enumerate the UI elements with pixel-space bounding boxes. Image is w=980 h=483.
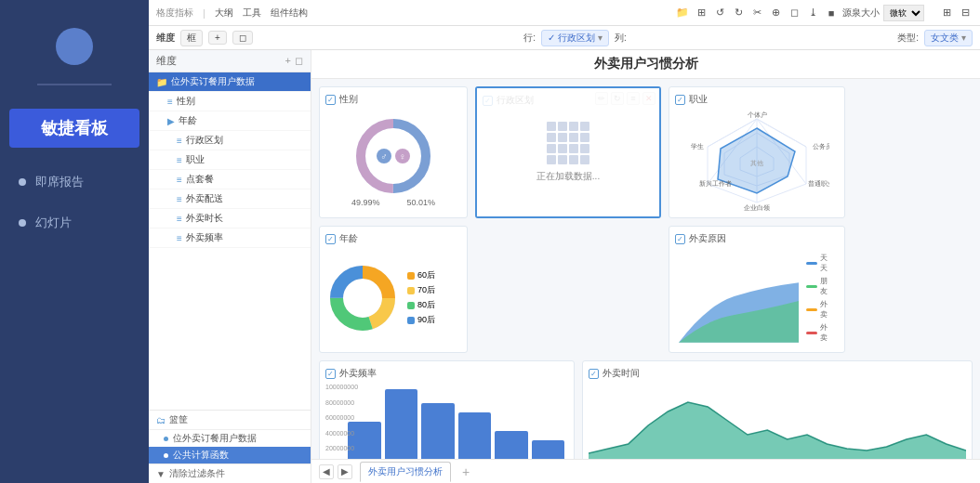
menu-item-tools[interactable]: 工具 bbox=[243, 7, 261, 20]
prev-page-btn[interactable]: ◀ bbox=[319, 464, 334, 479]
legend-dot-60 bbox=[407, 272, 415, 280]
tree-item-delivery[interactable]: ≡ 外卖配送 bbox=[149, 189, 311, 209]
second-toolbar: 维度 框 + ◻ 行: ✓ 行政区划 ▾ 列: 类型: 女文类 ▾ bbox=[149, 26, 980, 50]
tree-panel-header: 维度 + ◻ bbox=[149, 50, 311, 72]
tree-item-gender[interactable]: ≡ 性别 bbox=[149, 92, 311, 111]
district-filter-tag[interactable]: ✓ 行政区划 ▾ bbox=[541, 30, 609, 46]
main-content: 格度指标 | 大纲 工具 组件结构 📁 ⊞ ↺ ↻ ✂ ⊕ ◻ ⤓ ■ 源泉大小… bbox=[149, 0, 980, 483]
basket-dot-2 bbox=[164, 453, 168, 458]
field-icon-duration: ≡ bbox=[177, 214, 182, 224]
bar-col-5 bbox=[495, 431, 528, 459]
field-icon-delivery: ≡ bbox=[177, 194, 182, 204]
tree-item-occupation[interactable]: ≡ 职业 bbox=[149, 150, 311, 170]
gender-checkbox[interactable]: ✓ bbox=[325, 95, 336, 105]
top-menu-bar: 格度指标 | 大纲 工具 组件结构 📁 ⊞ ↺ ↻ ✂ ⊕ ◻ ⤓ ■ 源泉大小… bbox=[149, 0, 980, 26]
bar-col-4 bbox=[458, 412, 492, 459]
col-label: 列: bbox=[615, 32, 627, 45]
reason-legend-2: 朋友 bbox=[806, 276, 835, 296]
basket-icon: 🗂 bbox=[156, 415, 166, 425]
layout-icon-1[interactable]: ⊞ bbox=[939, 6, 954, 20]
folder-open-icon: 📁 bbox=[156, 77, 167, 87]
layout-icon-2[interactable]: ⊟ bbox=[958, 6, 973, 20]
basket-item-1[interactable]: 位外卖订餐用户数据 bbox=[149, 430, 311, 447]
svg-text:♀: ♀ bbox=[399, 151, 406, 162]
svg-text:其他: 其他 bbox=[750, 160, 763, 167]
charts-row-1: ✓ 性别 ♂ bbox=[319, 86, 973, 218]
occupation-checkbox[interactable]: ✓ bbox=[675, 95, 685, 105]
basket-dot-1 bbox=[164, 437, 168, 441]
format-icon[interactable]: ■ bbox=[824, 6, 839, 20]
tree-item-meal-label: 点套餐 bbox=[186, 173, 214, 186]
tree-item-age-group[interactable]: ▶ 年龄 bbox=[149, 111, 311, 131]
loading-text: 正在加载数据... bbox=[536, 170, 600, 183]
bar-chart-wrap: 100000000 80000000 60000000 40000000 200… bbox=[325, 384, 568, 459]
copy-icon[interactable]: ◻ bbox=[787, 6, 801, 20]
occupation-chart-title: ✓ 职业 bbox=[675, 93, 839, 106]
options-btn[interactable]: ◻ bbox=[232, 31, 253, 45]
tree-item-root-label: 位外卖订餐用户数据 bbox=[171, 75, 303, 88]
reason-checkbox[interactable]: ✓ bbox=[675, 234, 685, 244]
page-nav-left: ◀ ▶ bbox=[319, 464, 352, 479]
filter-footer: ▼ 清除过滤条件 bbox=[149, 463, 311, 483]
occupation-chart: ✓ 职业 bbox=[669, 86, 845, 218]
basket-section-header[interactable]: 🗂 篮筐 bbox=[149, 411, 311, 430]
legend-dot-90 bbox=[407, 317, 415, 324]
tree-item-district-label: 行政区划 bbox=[186, 134, 223, 147]
add-tab-btn[interactable]: + bbox=[462, 464, 470, 479]
frequency-checkbox[interactable]: ✓ bbox=[325, 369, 336, 379]
add-btn[interactable]: + bbox=[208, 31, 227, 45]
age-donut-wrap: 60后 70后 80后 bbox=[325, 249, 461, 346]
undo-icon[interactable]: ↺ bbox=[712, 6, 727, 20]
menu-item-indicator[interactable]: 格度指标 bbox=[156, 7, 193, 20]
sidebar-item-adhoc[interactable]: 即席报告 bbox=[9, 166, 139, 198]
time-area-svg bbox=[589, 384, 966, 459]
next-page-btn[interactable]: ▶ bbox=[338, 464, 352, 479]
tree-settings-icon[interactable]: ◻ bbox=[295, 55, 303, 67]
field-icon-occupation: ≡ bbox=[177, 155, 182, 165]
menu-item-outline[interactable]: 大纲 bbox=[215, 7, 233, 20]
tree-item-duration[interactable]: ≡ 外卖时长 bbox=[149, 209, 311, 228]
font-select[interactable]: 微软 bbox=[883, 5, 924, 21]
add-icon[interactable]: ⊕ bbox=[768, 6, 783, 20]
redo-icon[interactable]: ↻ bbox=[731, 6, 746, 20]
age-chart: ✓ 年龄 bbox=[319, 226, 468, 353]
reason-area-svg bbox=[679, 278, 799, 343]
bar-chart-area: 100000000 80000000 60000000 40000000 200… bbox=[325, 384, 568, 459]
tree-item-meal[interactable]: ≡ 点套餐 bbox=[149, 170, 311, 189]
tree-section: 📁 位外卖订餐用户数据 ≡ 性别 ▶ 年龄 ≡ 行政区划 ≡ 职业 bbox=[149, 72, 311, 410]
sidebar-item-slides[interactable]: 幻灯片 bbox=[9, 207, 139, 239]
type-filter-tag[interactable]: 女文类 ▾ bbox=[924, 30, 973, 46]
folder-icon[interactable]: 📁 bbox=[675, 6, 690, 20]
reason-dot-4 bbox=[806, 332, 817, 334]
age-donut-svg bbox=[325, 261, 400, 335]
time-checkbox[interactable]: ✓ bbox=[589, 369, 599, 379]
bar-col-6 bbox=[532, 440, 565, 459]
filter-footer-label[interactable]: 清除过滤条件 bbox=[169, 467, 225, 480]
reason-dot-2 bbox=[806, 285, 817, 288]
svg-text:♂: ♂ bbox=[380, 151, 388, 162]
age-legend-80: 80后 bbox=[407, 299, 435, 311]
menu-item-structure[interactable]: 组件结构 bbox=[271, 7, 308, 20]
basket-item-2[interactable]: 公共计算函数 bbox=[149, 447, 311, 463]
cut-icon[interactable]: ✂ bbox=[749, 6, 764, 20]
download-icon[interactable]: ⤓ bbox=[805, 6, 820, 20]
basket-label: 篮筐 bbox=[169, 413, 188, 426]
grid-icon[interactable]: ⊞ bbox=[694, 6, 709, 20]
svg-text:新兴工作者: 新兴工作者 bbox=[699, 180, 732, 188]
nav-dot-2 bbox=[19, 219, 26, 227]
tree-item-district[interactable]: ≡ 行政区划 bbox=[149, 131, 311, 150]
add-frame-btn[interactable]: 框 bbox=[180, 30, 203, 46]
legend-label-60: 60后 bbox=[417, 269, 435, 281]
tree-item-frequency[interactable]: ≡ 外卖频率 bbox=[149, 228, 311, 248]
district-chart: ✓ 行政区划 ✏ ↻ ≡ ✕ bbox=[475, 86, 661, 218]
age-checkbox[interactable]: ✓ bbox=[325, 234, 336, 244]
frequency-chart-title: ✓ 外卖频率 bbox=[325, 367, 568, 380]
tree-item-root[interactable]: 📁 位外卖订餐用户数据 bbox=[149, 72, 311, 92]
tab-item-main[interactable]: 外卖用户习惯分析 bbox=[360, 462, 451, 482]
tree-add-icon[interactable]: + bbox=[285, 55, 291, 67]
nav-dot bbox=[19, 178, 26, 186]
basket-item-1-label: 位外卖订餐用户数据 bbox=[173, 432, 257, 445]
sidebar-item-dashboard[interactable]: 敏捷看板 bbox=[9, 109, 139, 148]
filter-icon: ▼ bbox=[156, 469, 166, 479]
gender-donut-wrap: ♂ ♀ 49.99% 50.01% bbox=[325, 110, 461, 212]
